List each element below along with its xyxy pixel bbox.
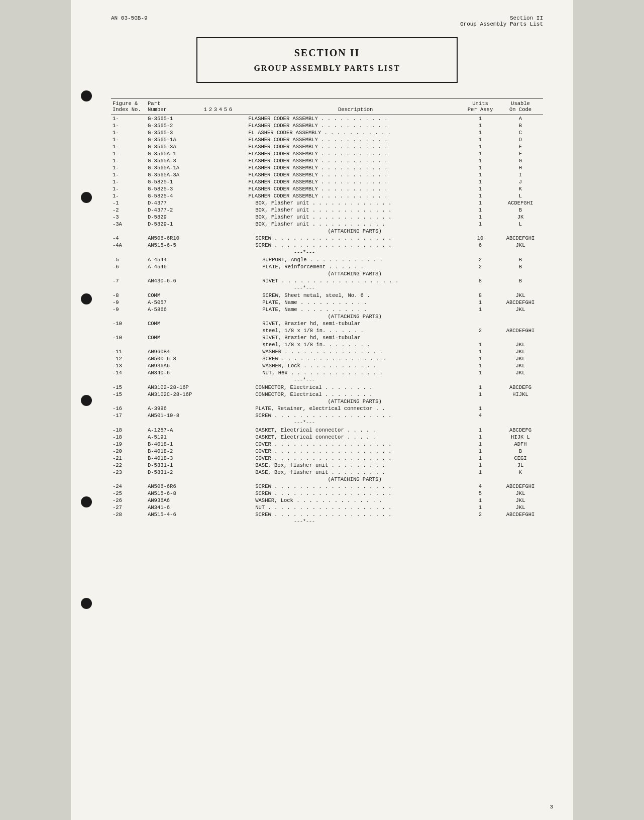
table-row: -3A D-5829-1 BOX, Flasher unit . . . . .… — [111, 221, 543, 228]
table-row: -8 COMM SCREW, Sheet metal, steel, No. 6… — [111, 292, 543, 299]
desc-col: COVER . . . . . . . . . . . . . . . . . … — [248, 455, 463, 462]
table-row: -14 AN340-6 NUT, Hex . . . . . . . . . .… — [111, 369, 543, 376]
desc-col: FLASHER CODER ASSEMBLY . . . . . . . . .… — [248, 150, 463, 157]
desc-indent-col — [201, 362, 248, 369]
part-col: AN501-10-8 — [146, 412, 201, 419]
table-row: -2 D-4377-2 BOX, Flasher unit . . . . . … — [111, 207, 543, 214]
desc-col: SCREW . . . . . . . . . . . . . . . . . … — [248, 483, 463, 490]
index-col: -4A — [111, 242, 146, 249]
usable-col — [498, 334, 543, 341]
desc-num-4: 4 — [219, 107, 222, 113]
desc-col: RIVET, Brazier hd, semi-tubular — [248, 320, 463, 327]
index-col: -24 — [111, 483, 146, 490]
table-row: 1- G-3565-2 FLASHER CODER ASSEMBLY . . .… — [111, 122, 543, 129]
usable-col: K — [498, 185, 543, 192]
index-col — [111, 228, 146, 235]
usable-col: I — [498, 171, 543, 178]
usable-col: L — [498, 192, 543, 199]
index-col: -19 — [111, 441, 146, 448]
desc-col: BOX, Flasher unit . . . . . . . . . . . … — [248, 221, 463, 228]
units-col: 1 — [463, 157, 498, 164]
desc-num-5: 5 — [224, 107, 227, 113]
desc-indent-col — [201, 277, 248, 284]
part-col: B-4018-1 — [146, 441, 201, 448]
desc-col: FLASHER CODER ASSEMBLY . . . . . . . . .… — [248, 192, 463, 199]
part-col: D-4377-2 — [146, 207, 201, 214]
index-col: -28 — [111, 511, 146, 518]
desc-indent-col — [201, 242, 248, 249]
desc-col: steel, 1/8 x 1/8 in. . . . . . . — [248, 327, 463, 334]
usable-col: ACDEFGHI — [498, 199, 543, 207]
part-col: AN960B4 — [146, 348, 201, 355]
desc-indent-col — [201, 448, 248, 455]
table-row: -7 AN430-6-6 RIVET . . . . . . . . . . .… — [111, 277, 543, 284]
table-row: -19 B-4018-1 COVER . . . . . . . . . . .… — [111, 441, 543, 448]
desc-col: SCREW . . . . . . . . . . . . . . . . . … — [248, 235, 463, 242]
part-col: G-5825-4 — [146, 192, 201, 199]
desc-col: GASKET, Electrical connector . . . . . — [248, 427, 463, 434]
index-col: -10 — [111, 320, 146, 327]
index-col: -15 — [111, 391, 146, 398]
desc-indent-col — [201, 462, 248, 469]
desc-col: PLATE, Name . . . . . . . . . . . — [248, 299, 463, 306]
desc-col: SCREW . . . . . . . . . . . . . . . . . … — [248, 490, 463, 497]
table-row: -25 AN515-6-8 SCREW . . . . . . . . . . … — [111, 490, 543, 497]
col-header-units: UnitsPer Assy — [463, 98, 498, 115]
table-row: -6 A-4546 PLATE, Reinforcement . . . . .… — [111, 263, 543, 270]
desc-col: FLASHER CODER ASSEMBLY . . . . . . . . .… — [248, 143, 463, 150]
part-col: D-5831-2 — [146, 469, 201, 476]
section-title-line1: SECTION II — [218, 47, 437, 59]
units-col: 1 — [463, 462, 498, 469]
table-row: (ATTACHING PARTS) — [111, 228, 543, 235]
usable-col: ADFH — [498, 441, 543, 448]
col-header-part: PartNumber — [146, 98, 201, 115]
table-row: steel, 1/8 x 1/8 in. . . . . . . 2 ABCDE… — [111, 327, 543, 334]
index-col — [111, 476, 146, 483]
table-row: -4A AN515-6-5 SCREW . . . . . . . . . . … — [111, 242, 543, 249]
desc-col: NUT, Hex . . . . . . . . . . . . . . . — [248, 369, 463, 376]
index-col — [111, 341, 146, 348]
index-col: -9 — [111, 306, 146, 313]
table-row: steel, 1/8 x 1/8 in. . . . . . . . 1 JKL — [111, 341, 543, 348]
part-col — [146, 476, 201, 483]
units-col: 1 — [463, 164, 498, 171]
index-col: 1- — [111, 157, 146, 164]
desc-indent-col — [201, 143, 248, 150]
index-col: -21 — [111, 455, 146, 462]
desc-col: (ATTACHING PARTS) — [248, 476, 463, 483]
doc-number: AN 03-5GB-9 — [111, 15, 148, 27]
usable-col: JKL — [498, 242, 543, 249]
desc-col: SCREW . . . . . . . . . . . . . . . . . … — [248, 511, 463, 518]
index-col: 1- — [111, 150, 146, 157]
desc-indent-col — [201, 476, 248, 483]
desc-indent-col — [201, 412, 248, 419]
desc-indent-col — [201, 221, 248, 228]
desc-col: FLASHER CODER ASSEMBLY . . . . . . . . .… — [248, 171, 463, 178]
table-row: -11 AN960B4 WASHER . . . . . . . . . . .… — [111, 348, 543, 355]
units-col — [463, 313, 498, 320]
index-col: -12 — [111, 355, 146, 362]
table-row: 1- G-3565A-3 FLASHER CODER ASSEMBLY . . … — [111, 157, 543, 164]
table-row: 1- G-5825-1 FLASHER CODER ASSEMBLY . . .… — [111, 178, 543, 185]
usable-col — [498, 270, 543, 277]
usable-col — [498, 313, 543, 320]
index-col: -5 — [111, 256, 146, 263]
index-col: -3A — [111, 221, 146, 228]
desc-col: WASHER, Lock . . . . . . . . . . . . . . — [248, 497, 463, 504]
index-col — [111, 398, 146, 405]
table-row: 1- G-3565A-1 FLASHER CODER ASSEMBLY . . … — [111, 150, 543, 157]
desc-col: NUT . . . . . . . . . . . . . . . . . . … — [248, 504, 463, 511]
margin-bullets — [81, 90, 92, 609]
desc-col: FLASHER CODER ASSEMBLY . . . . . . . . .… — [248, 178, 463, 185]
part-col: AN506-6R10 — [146, 235, 201, 242]
desc-indent-col — [201, 348, 248, 355]
part-col: AN506-6R6 — [146, 483, 201, 490]
separator-row: ---*--- — [111, 249, 543, 256]
desc-col: FL ASHER CODER ASSEMBLY . . . . . . . . … — [248, 129, 463, 136]
index-col: 1- — [111, 185, 146, 192]
part-col: AN3102-28-16P — [146, 384, 201, 391]
bullet-6 — [81, 598, 92, 609]
part-col — [146, 270, 201, 277]
index-col: 1- — [111, 192, 146, 199]
table-row: -10 COMM RIVET, Brazier hd, semi-tubular — [111, 320, 543, 327]
